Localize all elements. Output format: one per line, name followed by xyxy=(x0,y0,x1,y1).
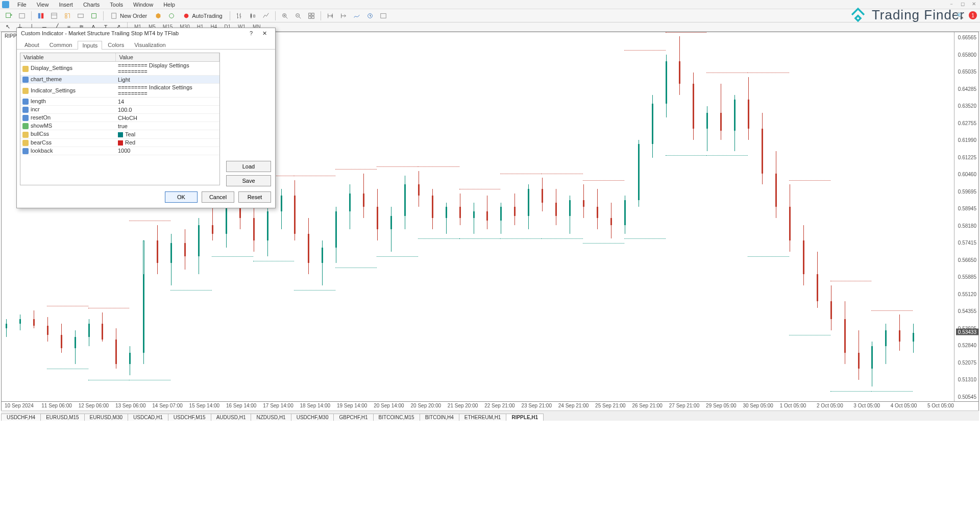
bull-trailing-stop xyxy=(129,380,170,380)
dialog-tab-inputs[interactable]: Inputs xyxy=(78,41,102,50)
bear-trailing-stop xyxy=(129,221,170,221)
notification-badge[interactable]: 1 xyxy=(969,11,977,19)
reset-button[interactable]: Reset xyxy=(238,191,271,203)
chart-tab[interactable]: ETHEREUM,H1 xyxy=(459,414,507,421)
svg-rect-14 xyxy=(308,13,310,15)
metaquotes-button[interactable] xyxy=(153,11,164,21)
chart-tab[interactable]: BITCOIN,H4 xyxy=(420,414,459,421)
time-tick: 11 Sep 06:00 xyxy=(41,403,72,408)
chart-tab[interactable]: EURUSD,M30 xyxy=(84,414,128,421)
ok-button[interactable]: OK xyxy=(165,191,198,203)
chart-tab[interactable]: AUDUSD,H1 xyxy=(211,414,252,421)
input-row[interactable]: lookback1000 xyxy=(20,147,219,155)
input-row[interactable]: incr100.0 xyxy=(20,106,219,114)
inputs-grid[interactable]: Variable Value Display_Settings=========… xyxy=(20,53,220,185)
strategy-tester-button[interactable] xyxy=(88,11,100,21)
chart-tab[interactable]: USDCHF,M15 xyxy=(168,414,211,421)
param-value[interactable]: Teal xyxy=(125,131,135,137)
candle-chart-button[interactable] xyxy=(247,11,258,21)
chart-tab[interactable]: USDCHF,H4 xyxy=(1,414,41,421)
time-tick: 20 Sep 20:00 xyxy=(411,403,442,408)
search-icon[interactable]: 🔍 xyxy=(957,12,964,19)
chart-tab[interactable]: EURUSD,M15 xyxy=(40,414,84,421)
menu-view[interactable]: View xyxy=(32,2,54,8)
cursor-icon[interactable]: ↖ xyxy=(3,23,12,31)
new-order-button[interactable]: New Order xyxy=(107,11,151,21)
terminal-button[interactable] xyxy=(75,11,86,21)
autotrading-button[interactable]: AutoTrading xyxy=(179,11,226,21)
chart-tab[interactable]: RIPPLE,H1 xyxy=(506,414,544,421)
window-close-icon[interactable]: ✕ xyxy=(971,1,977,7)
new-chart-button[interactable] xyxy=(3,11,14,21)
grid-header-variable[interactable]: Variable xyxy=(20,53,116,62)
shift-end-button[interactable] xyxy=(325,11,336,21)
line-chart-button[interactable] xyxy=(260,11,272,21)
auto-scroll-button[interactable] xyxy=(338,11,349,21)
param-name: chart_theme xyxy=(31,76,62,82)
param-value[interactable]: Red xyxy=(125,139,135,146)
bear-trailing-stop xyxy=(377,166,418,167)
menu-window[interactable]: Window xyxy=(128,2,158,8)
price-tick: 0.63520 xyxy=(958,103,976,109)
param-value[interactable]: ========= Indicator Settings ========= xyxy=(118,84,192,96)
profiles-button[interactable] xyxy=(16,11,28,21)
bear-trailing-stop xyxy=(624,50,666,51)
dialog-help-icon[interactable]: ? xyxy=(244,30,258,36)
dialog-close-icon[interactable]: ✕ xyxy=(258,30,271,37)
time-tick: 22 Sep 21:00 xyxy=(484,403,515,408)
market-watch-button[interactable] xyxy=(35,11,46,21)
menu-file[interactable]: File xyxy=(12,2,32,8)
zoom-in-button[interactable] xyxy=(279,11,290,21)
dialog-tab-colors[interactable]: Colors xyxy=(103,40,129,49)
expert-advisors-button[interactable] xyxy=(166,11,177,21)
input-row[interactable]: length14 xyxy=(20,98,219,106)
bear-trailing-stop xyxy=(335,169,377,170)
zoom-out-button[interactable] xyxy=(292,11,304,21)
indicators-button[interactable] xyxy=(351,11,362,21)
input-row[interactable]: resetOnCHoCH xyxy=(20,114,219,122)
time-tick: 16 Sep 14:00 xyxy=(226,403,257,408)
input-row[interactable]: chart_themeLight xyxy=(20,76,219,84)
input-row[interactable]: bullCssTeal xyxy=(20,130,219,138)
time-tick: 29 Sep 05:00 xyxy=(706,403,737,408)
chart-tab[interactable]: USDCAD,H1 xyxy=(128,414,168,421)
dialog-tab-visualization[interactable]: Visualization xyxy=(130,40,170,49)
grid-header-value[interactable]: Value xyxy=(116,53,219,62)
new-order-label: New Order xyxy=(120,13,147,19)
periodicity-button[interactable] xyxy=(364,11,376,21)
input-row[interactable]: bearCssRed xyxy=(20,138,219,147)
menu-charts[interactable]: Charts xyxy=(78,2,105,8)
dialog-tab-about[interactable]: About xyxy=(20,40,44,49)
input-row[interactable]: Indicator_Settings========= Indicator Se… xyxy=(20,84,219,98)
data-window-button[interactable] xyxy=(48,11,60,21)
chart-tab[interactable]: USDCHF,M30 xyxy=(291,414,334,421)
param-value[interactable]: ========= Display Settings ========= xyxy=(118,62,189,75)
menu-help[interactable]: Help xyxy=(158,2,180,8)
param-value[interactable]: 100.0 xyxy=(118,107,132,113)
bull-trailing-stop xyxy=(830,391,872,392)
load-button[interactable]: Load xyxy=(226,161,271,172)
time-tick: 12 Sep 06:00 xyxy=(79,403,109,408)
input-row[interactable]: showMStrue xyxy=(20,122,219,130)
param-value[interactable]: 14 xyxy=(118,99,124,105)
navigator-button[interactable] xyxy=(62,11,73,21)
param-value[interactable]: CHoCH xyxy=(118,115,137,121)
param-value[interactable]: 1000 xyxy=(118,148,130,154)
chart-tab[interactable]: NZDUSD,H1 xyxy=(251,414,291,421)
menu-insert[interactable]: Insert xyxy=(54,2,78,8)
dialog-titlebar[interactable]: Custom Indicator - Market Structure Trai… xyxy=(17,28,275,38)
price-tick: 0.50545 xyxy=(958,394,976,400)
input-row[interactable]: Display_Settings========= Display Settin… xyxy=(20,62,219,76)
templates-button[interactable] xyxy=(378,11,389,21)
param-value[interactable]: true xyxy=(118,123,128,129)
param-value[interactable]: Light xyxy=(118,77,130,83)
bar-chart-button[interactable] xyxy=(234,11,245,21)
chart-tab[interactable]: GBPCHF,H1 xyxy=(333,414,373,421)
time-tick: 3 Oct 05:00 xyxy=(853,403,880,408)
cancel-button[interactable]: Cancel xyxy=(202,191,234,203)
menu-tools[interactable]: Tools xyxy=(105,2,128,8)
dialog-tab-common[interactable]: Common xyxy=(45,40,77,49)
save-button[interactable]: Save xyxy=(226,175,271,186)
tile-button[interactable] xyxy=(306,11,317,21)
chart-tab[interactable]: BITCOINC,M15 xyxy=(373,414,420,421)
